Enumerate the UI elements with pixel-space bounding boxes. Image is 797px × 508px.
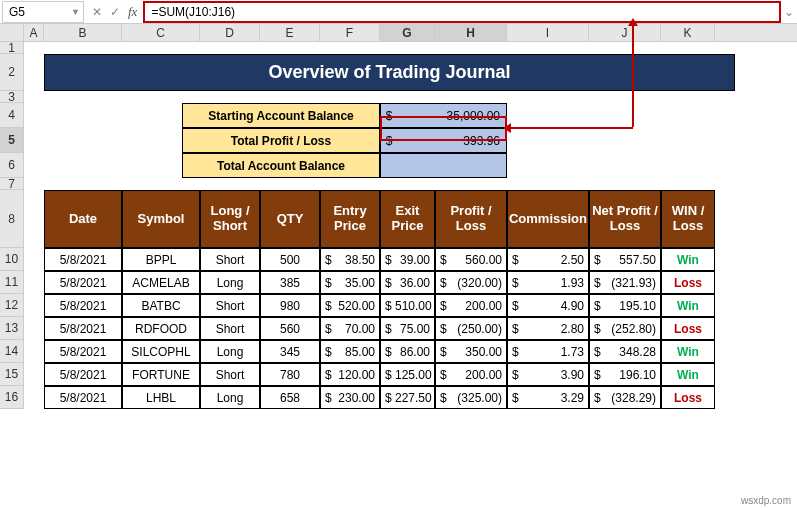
cell-net[interactable]: $(321.93) (589, 271, 661, 294)
th-pl[interactable]: Profit / Loss (435, 190, 507, 248)
cell-qty[interactable]: 658 (260, 386, 320, 409)
row-2[interactable]: 2 (0, 54, 24, 91)
cell-long-short[interactable]: Short (200, 294, 260, 317)
th-symbol[interactable]: Symbol (122, 190, 200, 248)
cell-exit[interactable]: $125.00 (380, 363, 435, 386)
cell-net[interactable]: $348.28 (589, 340, 661, 363)
cell-long-short[interactable]: Long (200, 271, 260, 294)
cell-entry[interactable]: $120.00 (320, 363, 380, 386)
cell-winloss[interactable]: Win (661, 340, 715, 363)
cell-date[interactable]: 5/8/2021 (44, 363, 122, 386)
cell-winloss[interactable]: Win (661, 294, 715, 317)
cell-qty[interactable]: 385 (260, 271, 320, 294)
cell-commission[interactable]: $1.73 (507, 340, 589, 363)
cancel-icon[interactable]: ✕ (92, 5, 102, 19)
cell-symbol[interactable]: ACMELAB (122, 271, 200, 294)
cell-winloss[interactable]: Loss (661, 317, 715, 340)
profit-loss-value[interactable]: $ 393.96 (380, 128, 507, 153)
row-8[interactable]: 8 (0, 190, 24, 248)
cell-commission[interactable]: $3.29 (507, 386, 589, 409)
cell-long-short[interactable]: Short (200, 248, 260, 271)
cell-entry[interactable]: $85.00 (320, 340, 380, 363)
th-exit[interactable]: Exit Price (380, 190, 435, 248)
cell-pl[interactable]: $(325.00) (435, 386, 507, 409)
th-qty[interactable]: QTY (260, 190, 320, 248)
row-12[interactable]: 12 (0, 294, 24, 317)
col-C[interactable]: C (122, 24, 200, 41)
expand-formula-icon[interactable]: ⌄ (781, 5, 797, 19)
cell-symbol[interactable]: BPPL (122, 248, 200, 271)
cell-winloss[interactable]: Win (661, 363, 715, 386)
cell-pl[interactable]: $200.00 (435, 363, 507, 386)
cell-qty[interactable]: 780 (260, 363, 320, 386)
cell-date[interactable]: 5/8/2021 (44, 340, 122, 363)
cell-commission[interactable]: $2.50 (507, 248, 589, 271)
cell-commission[interactable]: $4.90 (507, 294, 589, 317)
cell-qty[interactable]: 500 (260, 248, 320, 271)
cell-symbol[interactable]: FORTUNE (122, 363, 200, 386)
col-F[interactable]: F (320, 24, 380, 41)
cell-date[interactable]: 5/8/2021 (44, 248, 122, 271)
total-balance-value[interactable] (380, 153, 507, 178)
cell-qty[interactable]: 560 (260, 317, 320, 340)
cell-winloss[interactable]: Loss (661, 386, 715, 409)
cell-entry[interactable]: $230.00 (320, 386, 380, 409)
row-16[interactable]: 16 (0, 386, 24, 409)
row-15[interactable]: 15 (0, 363, 24, 386)
th-commission[interactable]: Commission (507, 190, 589, 248)
cell-net[interactable]: $557.50 (589, 248, 661, 271)
cell-commission[interactable]: $3.90 (507, 363, 589, 386)
cell-net[interactable]: $(252.80) (589, 317, 661, 340)
col-K[interactable]: K (661, 24, 715, 41)
row-14[interactable]: 14 (0, 340, 24, 363)
cell-entry[interactable]: $38.50 (320, 248, 380, 271)
cell-qty[interactable]: 980 (260, 294, 320, 317)
col-J[interactable]: J (589, 24, 661, 41)
cell-entry[interactable]: $520.00 (320, 294, 380, 317)
total-balance-label[interactable]: Total Account Balance (182, 153, 380, 178)
row-7[interactable]: 7 (0, 178, 24, 190)
cell-date[interactable]: 5/8/2021 (44, 386, 122, 409)
col-E[interactable]: E (260, 24, 320, 41)
cell-symbol[interactable]: BATBC (122, 294, 200, 317)
cell-net[interactable]: $195.10 (589, 294, 661, 317)
cell-net[interactable]: $196.10 (589, 363, 661, 386)
row-11[interactable]: 11 (0, 271, 24, 294)
cell-exit[interactable]: $36.00 (380, 271, 435, 294)
cell-date[interactable]: 5/8/2021 (44, 294, 122, 317)
row-1[interactable]: 1 (0, 42, 24, 54)
cell-entry[interactable]: $70.00 (320, 317, 380, 340)
cell-commission[interactable]: $2.80 (507, 317, 589, 340)
row-3[interactable]: 3 (0, 91, 24, 103)
select-all[interactable] (0, 24, 24, 41)
th-entry[interactable]: Entry Price (320, 190, 380, 248)
row-4[interactable]: 4 (0, 103, 24, 128)
worksheet[interactable]: 1 2 Overview of Trading Journal 3 4 Star… (0, 42, 797, 409)
fx-icon[interactable]: fx (128, 4, 143, 20)
col-A[interactable]: A (24, 24, 44, 41)
cell-long-short[interactable]: Long (200, 340, 260, 363)
starting-balance-label[interactable]: Starting Account Balance (182, 103, 380, 128)
cell-date[interactable]: 5/8/2021 (44, 271, 122, 294)
name-box-dropdown-icon[interactable]: ▼ (71, 7, 83, 17)
profit-loss-label[interactable]: Total Profit / Loss (182, 128, 380, 153)
cell-pl[interactable]: $560.00 (435, 248, 507, 271)
cell-exit[interactable]: $510.00 (380, 294, 435, 317)
row-5[interactable]: 5 (0, 128, 24, 153)
cell-commission[interactable]: $1.93 (507, 271, 589, 294)
row-6[interactable]: 6 (0, 153, 24, 178)
cell-long-short[interactable]: Short (200, 363, 260, 386)
starting-balance-value[interactable]: $ 35,000.00 (380, 103, 507, 128)
col-G[interactable]: G (380, 24, 435, 41)
th-long-short[interactable]: Long / Short (200, 190, 260, 248)
cell-exit[interactable]: $86.00 (380, 340, 435, 363)
cell-winloss[interactable]: Win (661, 248, 715, 271)
cell-entry[interactable]: $35.00 (320, 271, 380, 294)
cell-symbol[interactable]: SILCOPHL (122, 340, 200, 363)
cell-exit[interactable]: $75.00 (380, 317, 435, 340)
th-date[interactable]: Date (44, 190, 122, 248)
col-I[interactable]: I (507, 24, 589, 41)
row-13[interactable]: 13 (0, 317, 24, 340)
cell-symbol[interactable]: LHBL (122, 386, 200, 409)
cell-pl[interactable]: $(320.00) (435, 271, 507, 294)
